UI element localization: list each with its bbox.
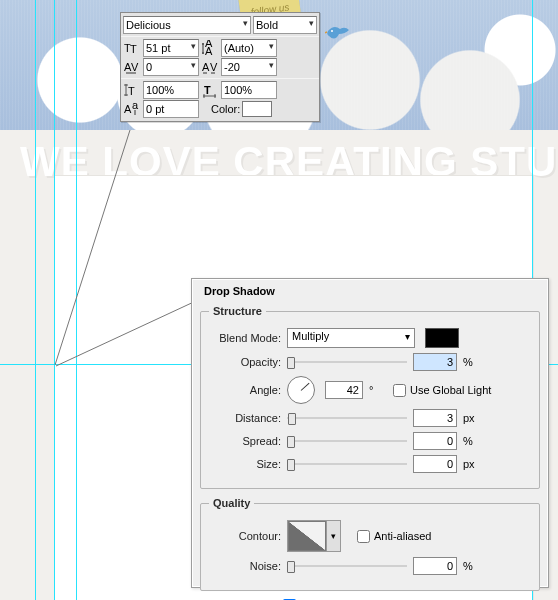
anti-aliased-checkbox[interactable]: Anti-aliased — [357, 530, 431, 543]
guide-vertical — [35, 0, 36, 600]
structure-legend: Structure — [209, 305, 266, 317]
px-unit: px — [463, 412, 481, 424]
use-global-light-checkbox[interactable]: Use Global Light — [393, 384, 491, 397]
svg-text:a: a — [132, 101, 139, 111]
blend-mode-label: Blend Mode: — [209, 332, 281, 344]
drop-shadow-title: Drop Shadow — [204, 285, 542, 297]
contour-label: Contour: — [209, 530, 281, 542]
character-panel: TT AA AV AV T T Aa Color: — [120, 12, 320, 122]
svg-text:A: A — [205, 45, 213, 56]
shadow-color-swatch[interactable] — [425, 328, 459, 348]
horizontal-scale-input[interactable] — [221, 81, 277, 99]
horizontal-scale-icon: T — [201, 81, 219, 99]
opacity-input[interactable] — [413, 353, 457, 371]
spread-slider[interactable] — [287, 434, 407, 448]
distance-input[interactable] — [413, 409, 457, 427]
angle-input[interactable] — [325, 381, 363, 399]
structure-group: Structure Blend Mode: Multiply Opacity: … — [200, 305, 540, 489]
leading-input[interactable] — [221, 39, 277, 57]
quality-legend: Quality — [209, 497, 254, 509]
font-size-icon: TT — [123, 39, 141, 57]
percent-unit: % — [463, 435, 481, 447]
size-slider[interactable] — [287, 457, 407, 471]
guide-vertical — [54, 0, 55, 600]
font-family-select[interactable] — [123, 16, 251, 34]
font-style-select[interactable] — [253, 16, 317, 34]
bird-icon — [325, 22, 351, 44]
svg-text:V: V — [210, 61, 218, 73]
svg-point-0 — [331, 30, 333, 32]
svg-text:T: T — [128, 85, 135, 97]
quality-group: Quality Contour: ▾ Anti-aliased Noise: % — [200, 497, 540, 591]
svg-text:V: V — [131, 61, 139, 73]
vertical-scale-icon: T — [123, 81, 141, 99]
size-input[interactable] — [413, 455, 457, 473]
angle-dial[interactable] — [287, 376, 315, 404]
distance-label: Distance: — [209, 412, 281, 424]
baseline-shift-icon: Aa — [123, 100, 141, 118]
px-unit: px — [463, 458, 481, 470]
baseline-shift-input[interactable] — [143, 100, 199, 118]
noise-label: Noise: — [209, 560, 281, 572]
opacity-label: Opacity: — [209, 356, 281, 368]
text-color-swatch[interactable] — [242, 101, 272, 117]
degree-unit: ° — [369, 384, 387, 396]
contour-picker[interactable]: ▾ — [287, 520, 341, 552]
svg-text:A: A — [202, 61, 210, 73]
size-label: Size: — [209, 458, 281, 470]
opacity-slider[interactable] — [287, 355, 407, 369]
chevron-down-icon[interactable]: ▾ — [326, 521, 340, 551]
noise-slider[interactable] — [287, 559, 407, 573]
vertical-scale-input[interactable] — [143, 81, 199, 99]
tracking-input[interactable] — [221, 58, 277, 76]
svg-text:A: A — [124, 103, 132, 115]
tracking-icon: AV — [201, 58, 219, 76]
angle-label: Angle: — [209, 384, 281, 396]
kerning-input[interactable] — [143, 58, 199, 76]
svg-text:T: T — [130, 43, 137, 55]
noise-input[interactable] — [413, 557, 457, 575]
color-label: Color: — [211, 103, 240, 115]
distance-slider[interactable] — [287, 411, 407, 425]
font-size-input[interactable] — [143, 39, 199, 57]
leading-icon: AA — [201, 39, 219, 57]
spread-input[interactable] — [413, 432, 457, 450]
kerning-icon: AV — [123, 58, 141, 76]
percent-unit: % — [463, 560, 481, 572]
percent-unit: % — [463, 356, 481, 368]
spread-label: Spread: — [209, 435, 281, 447]
blend-mode-select[interactable]: Multiply — [287, 328, 415, 348]
svg-text:T: T — [204, 84, 211, 96]
guide-vertical — [76, 0, 77, 600]
drop-shadow-panel: Drop Shadow Structure Blend Mode: Multip… — [191, 278, 549, 588]
